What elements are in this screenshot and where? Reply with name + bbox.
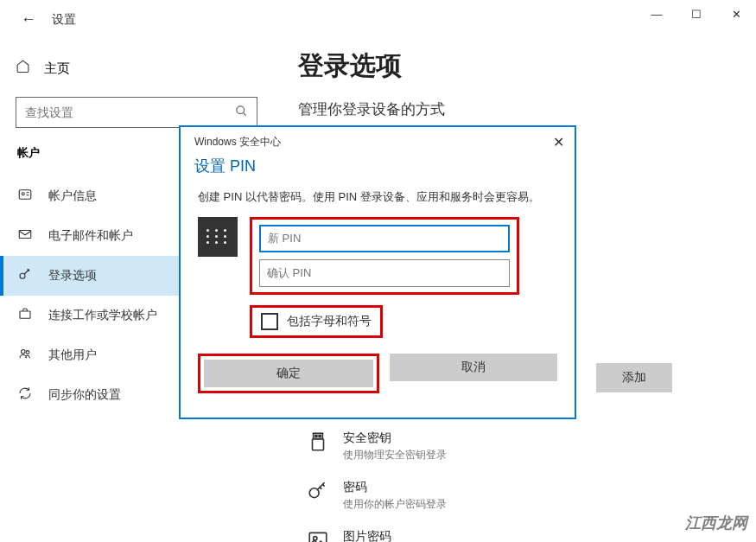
svg-point-13 xyxy=(309,488,319,498)
sidebar-item-label: 电子邮件和帐户 xyxy=(48,228,133,244)
dialog-title: 设置 PIN xyxy=(181,152,575,185)
sidebar-item-label: 连接工作或学校帐户 xyxy=(48,308,157,323)
svg-rect-11 xyxy=(315,435,317,437)
svg-point-5 xyxy=(20,273,25,278)
cancel-button[interactable]: 取消 xyxy=(390,354,557,381)
page-title: 登录选项 xyxy=(298,48,730,84)
option-title: 图片密码 xyxy=(343,529,519,542)
search-input[interactable] xyxy=(25,105,235,119)
account-icon xyxy=(17,187,33,206)
briefcase-icon xyxy=(17,306,33,325)
svg-rect-6 xyxy=(20,311,30,318)
email-icon xyxy=(17,226,33,245)
option-title: 安全密钥 xyxy=(343,430,447,446)
svg-line-1 xyxy=(243,112,245,115)
svg-point-7 xyxy=(22,350,26,354)
option-security-key[interactable]: 安全密钥 使用物理安全密钥登录 xyxy=(307,422,730,471)
picture-icon xyxy=(307,529,329,542)
maximize-button[interactable]: ☐ xyxy=(677,0,716,28)
option-desc: 使用你的帐户密码登录 xyxy=(343,497,447,512)
svg-rect-2 xyxy=(19,190,31,200)
password-key-icon xyxy=(307,480,329,502)
svg-rect-4 xyxy=(19,231,31,239)
sidebar-item-label: 帐户信息 xyxy=(48,188,97,204)
ok-button[interactable]: 确定 xyxy=(204,360,373,387)
window-controls: — ☐ ✕ xyxy=(637,0,756,28)
close-window-button[interactable]: ✕ xyxy=(716,0,756,28)
back-button[interactable]: ← xyxy=(21,10,36,29)
keypad-icon xyxy=(198,217,238,257)
usb-key-icon xyxy=(307,430,329,453)
svg-rect-12 xyxy=(319,435,321,437)
ok-button-highlight: 确定 xyxy=(198,354,379,393)
minimize-button[interactable]: — xyxy=(637,0,677,28)
option-title: 密码 xyxy=(343,480,447,495)
new-pin-input[interactable] xyxy=(259,225,510,252)
sidebar-home[interactable]: 主页 xyxy=(16,52,259,85)
pin-inputs-highlight xyxy=(250,217,519,295)
sidebar-item-label: 同步你的设置 xyxy=(48,387,121,403)
option-picture-password[interactable]: 图片密码 轻扫并点击你最喜爱的照片以解锁设备 xyxy=(307,520,730,542)
svg-rect-10 xyxy=(313,439,324,450)
page-subtitle: 管理你登录设备的方式 xyxy=(298,99,730,119)
svg-rect-14 xyxy=(309,532,327,542)
svg-point-3 xyxy=(22,193,24,195)
checkbox-highlight: 包括字母和符号 xyxy=(250,305,383,338)
sidebar-item-label: 其他用户 xyxy=(48,348,97,363)
option-password[interactable]: 密码 使用你的帐户密码登录 xyxy=(307,471,730,520)
confirm-pin-input[interactable] xyxy=(259,259,510,287)
home-icon xyxy=(16,59,30,78)
dialog-description: 创建 PIN 以代替密码。使用 PIN 登录设备、应用和服务时会更容易。 xyxy=(181,185,575,207)
home-label: 主页 xyxy=(44,61,70,77)
search-box[interactable] xyxy=(16,97,257,128)
people-icon xyxy=(17,346,33,365)
option-desc: 使用物理安全密钥登录 xyxy=(343,448,447,462)
pin-setup-dialog: Windows 安全中心 ✕ 设置 PIN 创建 PIN 以代替密码。使用 PI… xyxy=(179,125,576,419)
dialog-close-button[interactable]: ✕ xyxy=(553,134,564,150)
key-icon xyxy=(17,266,33,285)
checkbox-label: 包括字母和符号 xyxy=(287,314,372,329)
svg-point-0 xyxy=(237,106,245,114)
add-button[interactable]: 添加 xyxy=(596,363,672,392)
dialog-header-title: Windows 安全中心 xyxy=(194,135,281,150)
svg-point-8 xyxy=(26,351,29,354)
settings-header-title: 设置 xyxy=(52,12,76,28)
include-letters-checkbox[interactable] xyxy=(261,313,278,330)
search-icon xyxy=(235,105,248,120)
sidebar-item-label: 登录选项 xyxy=(48,268,97,284)
watermark: 江西龙网 xyxy=(685,513,747,533)
sync-icon xyxy=(17,386,33,405)
